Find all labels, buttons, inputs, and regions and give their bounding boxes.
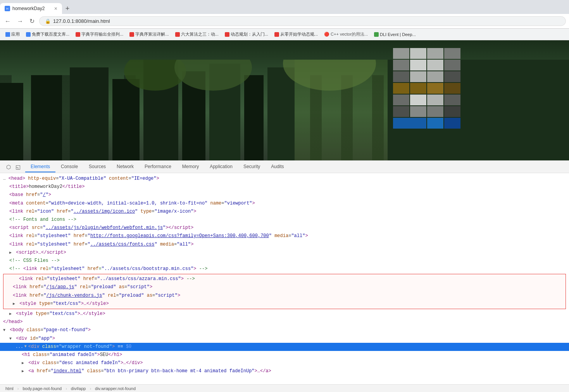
- html-line: <base href="/">: [0, 191, 569, 199]
- tab-performance[interactable]: Performance: [139, 162, 177, 172]
- svg-rect-3: [112, 79, 140, 160]
- tab-favicon: H: [5, 6, 10, 11]
- bookmark-1-label: 字典字符输出全排列...: [81, 31, 123, 37]
- html-line: ▼ <div id="app">: [0, 335, 569, 343]
- html-line: … <head> http-equiv="X-UA-Compatible" co…: [0, 175, 569, 183]
- html-line: ▶ <div class="desc animated fadeIn">…</d…: [0, 359, 569, 367]
- html-line: <link rel="stylesheet" href="../assets/c…: [3, 275, 566, 283]
- bookmark-2-label: 字典序算法详解...: [135, 31, 169, 37]
- forest-background: [0, 40, 569, 160]
- bookmark-5-icon: [274, 32, 279, 37]
- tab-network[interactable]: Network: [111, 162, 139, 172]
- lock-icon: 🔒: [45, 19, 51, 24]
- bookmark-apps[interactable]: 应用: [3, 31, 22, 38]
- bookmark-7[interactable]: DLI Event | Deep...: [372, 31, 418, 38]
- html-line: ▶ <style type="text/css">…</style>: [3, 300, 566, 308]
- forward-button[interactable]: →: [16, 17, 25, 26]
- html-line: ▼ <body class="page-not-found">: [0, 326, 569, 334]
- baidu-icon: [26, 32, 31, 37]
- cursor-icon[interactable]: ⬡: [5, 162, 12, 172]
- html-line: <title>homeworkDay2</title>: [0, 183, 569, 191]
- bookmark-2[interactable]: 字典序算法详解...: [127, 31, 171, 38]
- html-line: <link rel="stylesheet" href="http://font…: [0, 232, 569, 240]
- bookmark-6-label: 🔴: [324, 32, 329, 37]
- bookmark-6[interactable]: 🔴 C++ vector的用法...: [322, 31, 370, 38]
- status-bar: html › body.page-not-found › div#app › d…: [0, 384, 569, 392]
- bookmark-6-text: C++ vector的用法...: [331, 31, 368, 37]
- elements-content: … <head> http-equiv="X-UA-Compatible" co…: [0, 173, 569, 384]
- tab-application[interactable]: Application: [204, 162, 238, 172]
- bookmark-7-icon: [374, 32, 379, 37]
- bookmark-3[interactable]: 六大算法之三：动...: [173, 31, 221, 38]
- tab-console[interactable]: Console: [55, 162, 83, 172]
- browser-tab[interactable]: H homeworkDay2 ×: [0, 3, 62, 14]
- tab-close-button[interactable]: ×: [54, 5, 57, 12]
- status-body[interactable]: body.page-not-found: [20, 386, 64, 391]
- bookmark-3-label: 六大算法之三：动...: [181, 31, 219, 37]
- bookmark-7-label: DLI Event | Deep...: [380, 32, 416, 37]
- website-preview: [0, 40, 569, 160]
- status-separator: ›: [66, 386, 67, 391]
- svg-rect-7: [244, 75, 264, 160]
- tab-memory[interactable]: Memory: [177, 162, 204, 172]
- bookmark-apps-label: 应用: [11, 31, 20, 37]
- html-line: <link href="/js/chunk-vendors.js" rel="p…: [3, 292, 566, 300]
- svg-rect-1: [31, 75, 62, 160]
- bookmark-4[interactable]: 动态规划：从入门...: [222, 31, 271, 38]
- apps-icon: [5, 32, 10, 37]
- devtools-panel: ⬡ ◱ Elements Console Sources Network Per…: [0, 160, 569, 392]
- url-bar[interactable]: 🔒 127.0.0.1:8080/main.html: [39, 16, 566, 26]
- bookmark-4-icon: [225, 32, 229, 37]
- tab-bar: H homeworkDay2 × +: [0, 0, 569, 14]
- devtools-icons: ⬡ ◱: [2, 162, 25, 172]
- bookmark-5[interactable]: 从零开始学动态规...: [272, 31, 320, 38]
- bookmark-1[interactable]: 字典字符输出全排列...: [73, 31, 126, 38]
- page-area: ⬡ ◱ Elements Console Sources Network Per…: [0, 40, 569, 392]
- status-div-wrapper[interactable]: div.wrapper.not-found: [93, 386, 138, 391]
- inspect-icon[interactable]: ◱: [14, 162, 22, 172]
- bookmark-2-icon: [129, 32, 134, 37]
- svg-rect-2: [70, 67, 109, 160]
- status-html[interactable]: html: [3, 386, 16, 391]
- html-line: <meta content="width=device-width, initi…: [0, 199, 569, 208]
- browser-chrome: H homeworkDay2 × + ← → ↻ 🔒 127.0.0.1:808…: [0, 0, 569, 40]
- html-line: </head>: [0, 318, 569, 326]
- highlighted-section: 这两就是有价值的css、js文件统一打包成的两个js文件 <link rel="…: [3, 274, 566, 309]
- html-line: <link rel="icon" href="../assets/img/ico…: [0, 208, 569, 216]
- html-line: <link rel="stylesheet" href="../assets/c…: [0, 241, 569, 249]
- svg-rect-8: [267, 67, 295, 160]
- html-line-selected[interactable]: ... ▼ <div class="wrapper not-found"> ==…: [0, 343, 569, 351]
- tab-audits[interactable]: Audits: [266, 162, 289, 172]
- elements-panel: … <head> http-equiv="X-UA-Compatible" co…: [0, 173, 569, 384]
- status-separator: ›: [90, 386, 91, 391]
- devtools-tab-bar: ⬡ ◱ Elements Console Sources Network Per…: [0, 161, 569, 173]
- forest-silhouette: [0, 60, 569, 160]
- html-line: <!-- <link rel="stylesheet" href="../ass…: [0, 265, 569, 273]
- new-tab-button[interactable]: +: [62, 3, 73, 14]
- status-div-app[interactable]: div#app: [69, 386, 88, 391]
- bookmark-baidu[interactable]: 免费下载百度文库...: [24, 31, 72, 38]
- html-line: ▶ <style type="text/css">…</style>: [0, 310, 569, 318]
- bookmark-baidu-label: 免费下载百度文库...: [32, 31, 69, 37]
- html-line: <script src="../assets/js/plugin/webfont…: [0, 224, 569, 232]
- html-line: <!-- Fonts and icons -->: [0, 216, 569, 224]
- bookmarks-bar: 应用 免费下载百度文库... 字典字符输出全排列... 字典序算法详解... 六…: [0, 29, 569, 40]
- status-separator: ›: [17, 386, 19, 391]
- bookmark-5-label: 从零开始学动态规...: [280, 31, 318, 37]
- bookmark-1-icon: [76, 32, 80, 37]
- bookmark-4-label: 动态规划：从入门...: [231, 31, 268, 37]
- html-line: ▶ <script>…</script>: [0, 249, 569, 257]
- tab-security[interactable]: Security: [238, 162, 266, 172]
- back-button[interactable]: ←: [3, 17, 12, 26]
- tab-sources[interactable]: Sources: [83, 162, 111, 172]
- svg-rect-0: [0, 83, 23, 160]
- tab-title: homeworkDay2: [12, 6, 52, 11]
- reload-button[interactable]: ↻: [28, 17, 36, 26]
- html-line: <link href="/js/app.js" rel="preload" as…: [3, 283, 566, 291]
- html-line: <h1 class="animated fadeIn">SEU</h1>: [0, 351, 569, 359]
- tab-elements[interactable]: Elements: [25, 162, 55, 172]
- url-text: 127.0.0.1:8080/main.html: [53, 18, 110, 24]
- address-bar: ← → ↻ 🔒 127.0.0.1:8080/main.html: [0, 14, 569, 29]
- pixelated-overlay: [393, 48, 460, 129]
- bookmark-3-icon: [175, 32, 180, 37]
